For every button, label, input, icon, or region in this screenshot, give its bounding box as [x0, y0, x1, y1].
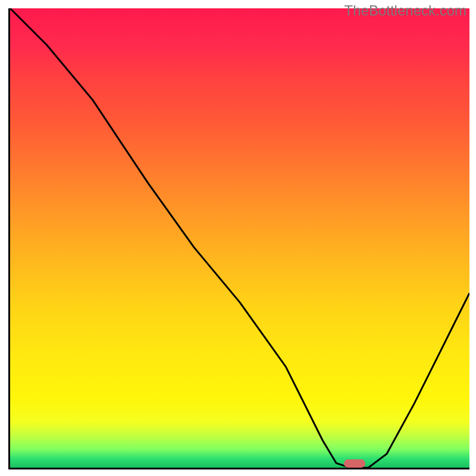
chart-plot-area — [8, 8, 469, 469]
chart-container: TheBottleneck.com — [0, 0, 476, 476]
optimal-point-marker — [344, 459, 365, 468]
bottleneck-curve-line — [10, 8, 469, 468]
bottleneck-curve-svg — [10, 8, 469, 468]
watermark-text: TheBottleneck.com — [345, 2, 466, 19]
